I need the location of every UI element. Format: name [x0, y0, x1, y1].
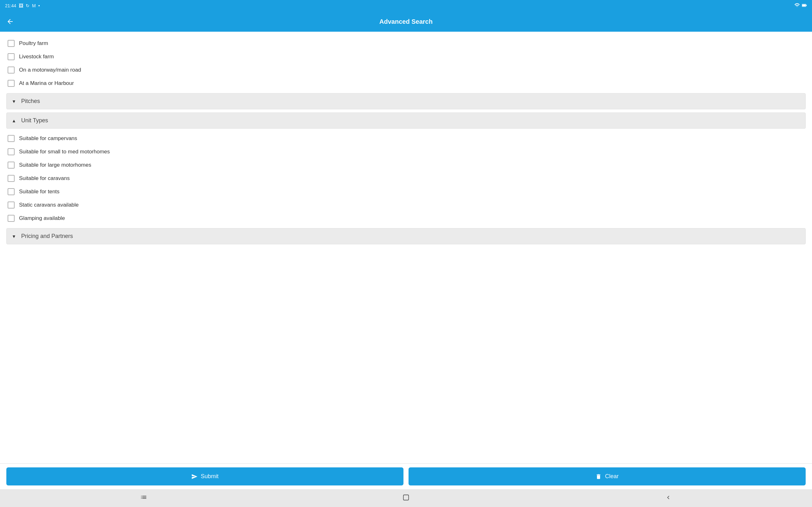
- pricing-arrow-icon: ▼: [12, 234, 16, 239]
- label-campervans: Suitable for campervans: [19, 135, 77, 142]
- battery-icon: [802, 3, 807, 9]
- pitches-section-label: Pitches: [21, 98, 40, 105]
- checkbox-motorway[interactable]: On a motorway/main road: [6, 63, 806, 77]
- unit-types-arrow-icon: ▲: [12, 118, 16, 123]
- label-large-motorhomes: Suitable for large motorhomes: [19, 162, 91, 168]
- android-nav-bar: [0, 489, 812, 507]
- checkbox-input-motorway[interactable]: [8, 66, 14, 73]
- checkbox-tents[interactable]: Suitable for tents: [6, 185, 806, 199]
- checkbox-small-med-motorhomes[interactable]: Suitable for small to med motorhomes: [6, 145, 806, 158]
- mail-icon: M: [32, 3, 36, 8]
- label-caravans: Suitable for caravans: [19, 175, 70, 181]
- svg-rect-2: [806, 5, 807, 6]
- checkbox-input-glamping[interactable]: [8, 215, 14, 222]
- submit-icon: [191, 473, 198, 480]
- checkbox-input-small-med-motorhomes[interactable]: [8, 148, 14, 155]
- label-livestock-farm: Livestock farm: [19, 54, 54, 60]
- checkbox-glamping[interactable]: Glamping available: [6, 212, 806, 225]
- status-bar: 21:44 🖼 ↻ M •: [0, 0, 812, 11]
- label-small-med-motorhomes: Suitable for small to med motorhomes: [19, 149, 110, 155]
- sync-icon: ↻: [26, 3, 30, 8]
- submit-label: Submit: [201, 473, 218, 480]
- checkbox-input-marina[interactable]: [8, 80, 14, 87]
- clear-label: Clear: [605, 473, 618, 480]
- label-tents: Suitable for tents: [19, 188, 60, 195]
- status-bar-left: 21:44 🖼 ↻ M •: [5, 3, 40, 8]
- submit-button[interactable]: Submit: [6, 467, 403, 486]
- pitches-arrow-icon: ▼: [12, 99, 16, 104]
- label-glamping: Glamping available: [19, 215, 65, 222]
- checkbox-input-large-motorhomes[interactable]: [8, 162, 14, 169]
- label-marina: At a Marina or Harbour: [19, 80, 74, 87]
- checkbox-input-campervans[interactable]: [8, 135, 14, 142]
- checkbox-campervans[interactable]: Suitable for campervans: [6, 132, 806, 145]
- svg-rect-3: [403, 495, 409, 500]
- top-bar: Advanced Search: [0, 11, 812, 32]
- unit-types-section-header[interactable]: ▲ Unit Types: [6, 112, 806, 129]
- checkbox-static-caravans[interactable]: Static caravans available: [6, 199, 806, 212]
- nav-recents-button[interactable]: [134, 492, 154, 505]
- page-title: Advanced Search: [379, 18, 433, 25]
- label-motorway: On a motorway/main road: [19, 67, 81, 73]
- back-button[interactable]: [6, 18, 14, 25]
- clear-button[interactable]: Clear: [409, 467, 806, 486]
- checkbox-input-caravans[interactable]: [8, 175, 14, 182]
- pitches-section-header[interactable]: ▼ Pitches: [6, 93, 806, 109]
- checkbox-large-motorhomes[interactable]: Suitable for large motorhomes: [6, 158, 806, 172]
- checkbox-marina[interactable]: At a Marina or Harbour: [6, 77, 806, 90]
- unit-types-section-label: Unit Types: [21, 117, 48, 124]
- pricing-section-label: Pricing and Partners: [21, 233, 73, 239]
- nav-home-button[interactable]: [396, 492, 416, 505]
- label-poultry-farm: Poultry farm: [19, 40, 48, 47]
- checkbox-livestock-farm[interactable]: Livestock farm: [6, 50, 806, 63]
- nav-back-button[interactable]: [658, 492, 678, 505]
- bottom-buttons: Submit Clear: [0, 463, 812, 489]
- wifi-icon: [794, 3, 800, 9]
- pricing-section-header[interactable]: ▼ Pricing and Partners: [6, 228, 806, 244]
- status-time: 21:44: [5, 3, 16, 8]
- checkbox-input-tents[interactable]: [8, 188, 14, 195]
- photo-icon: 🖼: [19, 3, 23, 8]
- dot-icon: •: [38, 3, 40, 8]
- trash-icon: [595, 473, 602, 480]
- checkbox-caravans[interactable]: Suitable for caravans: [6, 172, 806, 185]
- label-static-caravans: Static caravans available: [19, 202, 79, 208]
- main-content: Poultry farm Livestock farm On a motorwa…: [0, 32, 812, 463]
- checkbox-input-static-caravans[interactable]: [8, 202, 14, 209]
- status-bar-right: [794, 3, 807, 9]
- checkbox-input-poultry-farm[interactable]: [8, 40, 14, 47]
- checkbox-poultry-farm[interactable]: Poultry farm: [6, 37, 806, 50]
- svg-rect-1: [802, 4, 806, 6]
- checkbox-input-livestock-farm[interactable]: [8, 53, 14, 60]
